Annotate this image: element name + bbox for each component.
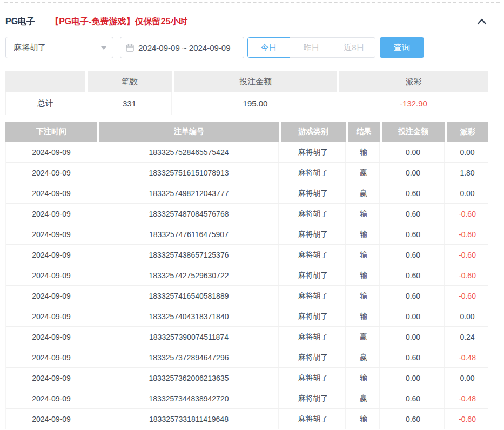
quick-button-yesterday[interactable]: 昨日 (290, 37, 333, 58)
cell-result: 输 (348, 286, 380, 306)
header-payout: 派彩 (447, 122, 488, 142)
cell-order-no: 1833257498212043777 (99, 183, 279, 203)
summary-total-count: 331 (88, 92, 172, 115)
cell-payout: -0.48 (447, 388, 488, 408)
table-row: 2024-09-09 1833257427529630722 麻将胡了 输 0.… (6, 265, 488, 286)
cell-bet-amount: 0.60 (382, 388, 445, 408)
bet-table-header: 下注时间 注单编号 游戏类别 结果 投注金额 派彩 (5, 122, 488, 142)
cell-game-type: 麻将胡了 (281, 224, 346, 244)
quick-button-today[interactable]: 今日 (247, 37, 290, 58)
page-title: PG电子 (5, 16, 35, 28)
cell-order-no: 1833257476116475907 (99, 224, 279, 244)
cell-result: 赢 (348, 327, 380, 347)
cell-payout: 0.24 (447, 327, 488, 347)
collapse-section-button[interactable] (476, 16, 488, 28)
query-button[interactable]: 查询 (380, 37, 424, 58)
cell-bet-amount: 0.00 (382, 142, 445, 162)
table-row: 2024-09-09 1833257487084576768 麻将胡了 输 0.… (6, 204, 488, 224)
cell-order-no: 1833257528465575424 (99, 142, 279, 162)
cell-bet-amount: 0.60 (382, 204, 445, 224)
cell-payout: -0.60 (447, 204, 488, 224)
cell-game-type: 麻将胡了 (281, 163, 346, 183)
cell-order-no: 1833257331811419648 (99, 409, 279, 429)
table-row: 2024-09-09 1833257516151078913 麻将胡了 赢 0.… (6, 163, 488, 183)
cell-bet-amount: 0.60 (382, 224, 445, 244)
cell-bet-amount: 0.60 (382, 347, 445, 367)
cell-game-type: 麻将胡了 (281, 265, 346, 285)
summary-header-bet-amount: 投注金额 (174, 71, 337, 92)
section-header: PG电子 【PG电子-免费游戏】仅保留25小时 (5, 15, 488, 28)
page-subtitle: 【PG电子-免费游戏】仅保留25小时 (50, 16, 187, 28)
summary-table-body: 总计 331 195.00 -132.90 (5, 92, 488, 115)
cell-bet-amount: 0.60 (382, 265, 445, 285)
cell-order-no: 1833257362006213635 (99, 368, 279, 388)
cell-order-no: 1833257516151078913 (99, 163, 279, 183)
summary-total-payout: -132.90 (339, 92, 488, 115)
cell-payout: -0.48 (447, 347, 488, 367)
cell-game-type: 麻将胡了 (281, 204, 346, 224)
cell-result: 赢 (348, 163, 380, 183)
game-type-select-value: 麻将胡了 (14, 43, 46, 53)
cell-result: 输 (348, 245, 380, 265)
cell-payout: -0.60 (447, 409, 488, 429)
header-game-type: 游戏类别 (281, 122, 346, 142)
cell-bet-amount: 0.60 (382, 183, 445, 203)
table-row: 2024-09-09 1833257331811419648 麻将胡了 输 0.… (6, 409, 488, 429)
cell-bet-amount: 0.60 (382, 245, 445, 265)
cell-result: 输 (348, 224, 380, 244)
cell-bet-time: 2024-09-09 (6, 183, 97, 203)
cell-game-type: 麻将胡了 (281, 409, 346, 429)
cell-game-type: 麻将胡了 (281, 388, 346, 408)
cell-game-type: 麻将胡了 (281, 327, 346, 347)
table-row: 2024-09-09 1833257404318371840 麻将胡了 输 0.… (6, 306, 488, 327)
bet-table-body: 2024-09-09 1833257528465575424 麻将胡了 输 0.… (5, 142, 488, 429)
date-range-input[interactable]: 2024-09-09 ~ 2024-09-09 (120, 37, 244, 58)
chevron-down-icon (101, 46, 106, 50)
summary-table: 笔数 投注金额 派彩 总计 331 195.00 -132.90 (5, 71, 488, 115)
cell-order-no: 1833257487084576768 (99, 204, 279, 224)
cell-bet-time: 2024-09-09 (6, 409, 97, 429)
cell-order-no: 1833257404318371840 (99, 306, 279, 326)
summary-total-row: 总计 331 195.00 -132.90 (6, 92, 488, 115)
cell-order-no: 1833257427529630722 (99, 265, 279, 285)
cell-payout: -0.60 (447, 286, 488, 306)
header-bet-amount: 投注金额 (382, 122, 445, 142)
top-dashed-divider (4, 2, 500, 3)
filter-bar: 麻将胡了 2024-09-09 ~ 2024-09-09 今日 昨日 近8日 查… (5, 37, 504, 58)
cell-result: 赢 (348, 183, 380, 203)
cell-payout: 1.80 (447, 163, 488, 183)
cell-result: 输 (348, 409, 380, 429)
cell-game-type: 麻将胡了 (281, 142, 346, 162)
table-row: 2024-09-09 1833257438657125376 麻将胡了 输 0.… (6, 245, 488, 265)
summary-header-payout: 派彩 (339, 71, 488, 92)
cell-result: 输 (348, 368, 380, 388)
cell-order-no: 1833257390074511874 (99, 327, 279, 347)
cell-bet-amount: 0.00 (382, 368, 445, 388)
table-row: 2024-09-09 1833257372894647296 麻将胡了 赢 0.… (6, 347, 488, 368)
summary-total-label: 总计 (6, 92, 85, 115)
quick-button-last8days[interactable]: 近8日 (333, 37, 375, 58)
cell-order-no: 1833257372894647296 (99, 347, 279, 367)
cell-payout: -0.60 (447, 265, 488, 285)
table-row: 2024-09-09 1833257476116475907 麻将胡了 输 0.… (6, 224, 488, 245)
cell-bet-time: 2024-09-09 (6, 204, 97, 224)
game-type-select[interactable]: 麻将胡了 (5, 37, 113, 58)
cell-payout: 0.00 (447, 368, 488, 388)
cell-bet-time: 2024-09-09 (6, 286, 97, 306)
cell-payout: 0.00 (447, 183, 488, 203)
cell-bet-amount: 0.60 (382, 286, 445, 306)
header-order-no: 注单编号 (99, 122, 279, 142)
cell-game-type: 麻将胡了 (281, 368, 346, 388)
summary-header-blank (5, 71, 85, 92)
header-result: 结果 (348, 122, 380, 142)
cell-result: 赢 (348, 347, 380, 367)
page: PG电子 【PG电子-免费游戏】仅保留25小时 麻将胡了 2024-09-09 … (0, 2, 504, 430)
table-row: 2024-09-09 1833257416540581889 麻将胡了 输 0.… (6, 286, 488, 306)
cell-game-type: 麻将胡了 (281, 183, 346, 203)
cell-payout: -0.60 (447, 245, 488, 265)
cell-payout: 0.00 (447, 306, 488, 326)
cell-game-type: 麻将胡了 (281, 286, 346, 306)
cell-bet-amount: 0.00 (382, 163, 445, 183)
table-row: 2024-09-09 1833257362006213635 麻将胡了 输 0.… (6, 368, 488, 388)
cell-payout: -0.60 (447, 224, 488, 244)
